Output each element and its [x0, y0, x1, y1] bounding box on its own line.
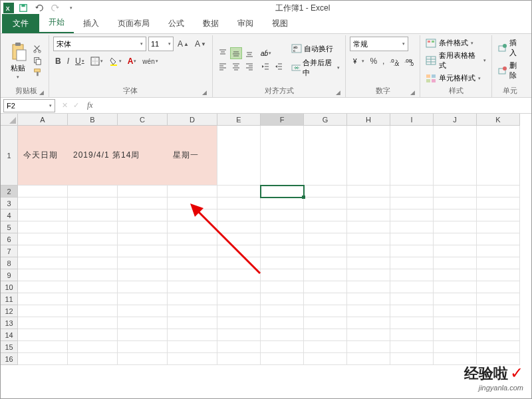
cell[interactable] — [68, 329, 118, 341]
cell[interactable] — [304, 221, 347, 233]
conditional-formatting-button[interactable]: 条件格式▾ — [424, 37, 475, 49]
merge-center-button[interactable]: 合并后居中▾ — [290, 57, 342, 79]
cell[interactable] — [304, 209, 347, 221]
cell[interactable] — [261, 269, 304, 281]
underline-button[interactable]: U▾ — [73, 55, 86, 67]
cell[interactable] — [347, 126, 390, 186]
tab-data[interactable]: 数据 — [194, 14, 228, 33]
cell[interactable] — [390, 221, 434, 233]
cell[interactable] — [217, 198, 261, 209]
insert-cells-button[interactable]: 插入 — [496, 37, 525, 59]
cell[interactable] — [168, 257, 217, 269]
cell[interactable] — [434, 221, 477, 233]
cell[interactable] — [168, 186, 217, 198]
cell[interactable] — [434, 293, 477, 305]
cell[interactable] — [477, 209, 520, 221]
tab-formulas[interactable]: 公式 — [159, 14, 194, 33]
cell[interactable] — [304, 245, 347, 257]
align-top-icon[interactable] — [217, 47, 229, 59]
cell[interactable] — [168, 293, 217, 305]
align-bottom-icon[interactable] — [243, 47, 255, 59]
cut-icon[interactable] — [31, 43, 43, 54]
orientation-icon[interactable]: ab▾ — [259, 47, 271, 59]
cell[interactable] — [18, 186, 68, 198]
cell[interactable] — [347, 341, 390, 353]
cell[interactable] — [168, 329, 217, 341]
cell[interactable] — [304, 293, 347, 305]
cell[interactable] — [304, 233, 347, 245]
cell[interactable] — [18, 353, 68, 365]
cell[interactable] — [304, 341, 347, 353]
column-header[interactable]: H — [347, 114, 390, 126]
cell[interactable] — [261, 257, 304, 269]
column-header[interactable]: G — [304, 114, 347, 126]
increase-indent-icon[interactable] — [273, 61, 285, 72]
cell[interactable] — [118, 341, 168, 353]
cell[interactable] — [434, 341, 477, 353]
cell[interactable] — [434, 198, 477, 209]
cell[interactable] — [347, 186, 390, 198]
cell[interactable] — [118, 245, 168, 257]
cell[interactable] — [217, 353, 261, 365]
comma-icon[interactable]: , — [380, 55, 386, 67]
spreadsheet-grid[interactable]: ABCDEFGHIJK 12345678910111213141516 今天日期… — [1, 114, 531, 399]
italic-button[interactable]: I — [65, 55, 71, 67]
cell[interactable] — [168, 353, 217, 365]
cell[interactable] — [18, 293, 68, 305]
decrease-indent-icon[interactable] — [259, 61, 271, 72]
cell[interactable] — [304, 317, 347, 329]
cell[interactable] — [477, 293, 520, 305]
align-left-icon[interactable] — [217, 61, 229, 72]
save-icon[interactable] — [18, 3, 29, 13]
cell[interactable] — [118, 293, 168, 305]
column-header[interactable]: A — [18, 114, 68, 126]
cell[interactable] — [390, 198, 434, 209]
cell[interactable] — [390, 305, 434, 317]
cell[interactable] — [118, 233, 168, 245]
cell[interactable] — [390, 329, 434, 341]
undo-icon[interactable] — [34, 3, 45, 13]
cell[interactable] — [304, 281, 347, 293]
cell[interactable] — [434, 186, 477, 198]
cell[interactable] — [261, 353, 304, 365]
font-color-button[interactable]: A▾ — [126, 55, 139, 67]
selected-cell[interactable] — [261, 186, 304, 198]
cell[interactable] — [304, 353, 347, 365]
font-size-select[interactable]: 11▾ — [148, 37, 174, 51]
cell[interactable] — [18, 221, 68, 233]
cell[interactable] — [68, 305, 118, 317]
cell[interactable] — [434, 245, 477, 257]
tab-file[interactable]: 文件 — [2, 14, 39, 33]
align-center-icon[interactable] — [230, 61, 242, 72]
cell[interactable] — [434, 281, 477, 293]
tab-home[interactable]: 开始 — [39, 13, 74, 33]
cell[interactable] — [68, 198, 118, 209]
column-header[interactable]: J — [434, 114, 477, 126]
cell[interactable] — [477, 126, 520, 186]
cell[interactable] — [477, 305, 520, 317]
cell[interactable] — [168, 245, 217, 257]
cell[interactable] — [217, 257, 261, 269]
wrap-text-button[interactable]: abc自动换行 — [290, 43, 342, 55]
cell[interactable] — [18, 245, 68, 257]
column-header[interactable]: D — [168, 114, 217, 126]
cell[interactable] — [304, 305, 347, 317]
cell[interactable] — [168, 317, 217, 329]
number-dialog-launcher-icon[interactable]: ◢ — [409, 89, 416, 96]
cell[interactable] — [390, 317, 434, 329]
cell[interactable] — [217, 317, 261, 329]
cell[interactable] — [434, 233, 477, 245]
cell[interactable] — [304, 198, 347, 209]
cell[interactable] — [347, 317, 390, 329]
cell[interactable] — [18, 269, 68, 281]
align-right-icon[interactable] — [243, 61, 255, 72]
cell[interactable] — [168, 198, 217, 209]
cell[interactable] — [390, 353, 434, 365]
cell[interactable] — [217, 329, 261, 341]
paste-button[interactable]: 粘贴 ▾ — [7, 41, 29, 81]
cell[interactable] — [68, 281, 118, 293]
cell[interactable] — [118, 221, 168, 233]
cell[interactable] — [347, 198, 390, 209]
cell[interactable] — [390, 341, 434, 353]
format-painter-icon[interactable] — [31, 67, 43, 78]
